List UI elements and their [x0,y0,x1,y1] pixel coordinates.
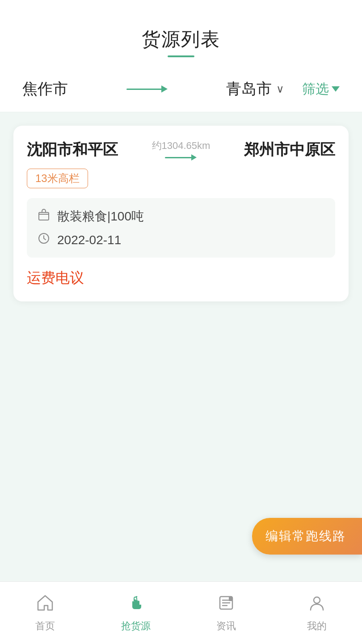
filter-triangle-icon [332,86,340,92]
page-header: 货源列表 [0,0,362,66]
svg-rect-0 [39,212,49,220]
nav-label-news: 资讯 [216,619,236,633]
main-content: 沈阳市和平区 约1304.65km 郑州市中原区 13米高栏 [0,112,362,382]
filter-bar: 焦作市 青岛市 ∨ 筛选 [0,66,362,112]
filter-button[interactable]: 筛选 [302,80,340,98]
card-date-text: 2022-02-11 [57,233,121,247]
chevron-down-icon: ∨ [276,83,284,95]
bottom-nav: 首页 抢货源 资讯 [0,581,362,644]
card-date-row: 2022-02-11 [37,232,325,248]
card-route-to: 郑州市中原区 [244,140,335,160]
filter-direction-arrow [68,85,226,93]
card-route-arrow [165,154,197,161]
nav-item-news[interactable]: 资讯 [181,593,272,633]
grab-icon [126,593,146,616]
card-info-section: 散装粮食|100吨 2022-02-11 [27,198,335,258]
cargo-card[interactable]: 沈阳市和平区 约1304.65km 郑州市中原区 13米高栏 [13,126,349,301]
edit-route-button[interactable]: 编辑常跑线路 [252,518,362,555]
news-icon [216,593,236,616]
card-route: 沈阳市和平区 约1304.65km 郑州市中原区 [27,139,335,161]
card-route-distance: 约1304.65km [152,139,210,153]
home-icon [35,593,55,616]
svg-rect-7 [229,597,232,601]
card-goods-text: 散装粮食|100吨 [57,208,144,225]
card-vehicle-tag: 13米高栏 [27,169,88,188]
card-route-middle: 约1304.65km [152,139,210,161]
nav-item-mine[interactable]: 我的 [272,593,362,633]
title-underline [168,55,194,57]
page-title: 货源列表 [0,27,362,52]
person-icon [307,593,327,616]
filter-to-city[interactable]: 青岛市 ∨ [226,79,284,99]
svg-point-8 [314,597,320,603]
card-route-from: 沈阳市和平区 [27,140,118,160]
filter-from-city[interactable]: 焦作市 [22,79,68,99]
nav-label-home: 首页 [35,619,55,633]
package-icon [37,209,51,225]
nav-item-home[interactable]: 首页 [0,593,91,633]
nav-item-grab[interactable]: 抢货源 [91,593,181,633]
card-goods-row: 散装粮食|100吨 [37,208,325,225]
nav-label-mine: 我的 [307,619,327,633]
card-price: 运费电议 [27,268,335,288]
nav-label-grab: 抢货源 [121,619,151,633]
clock-icon [37,232,51,248]
